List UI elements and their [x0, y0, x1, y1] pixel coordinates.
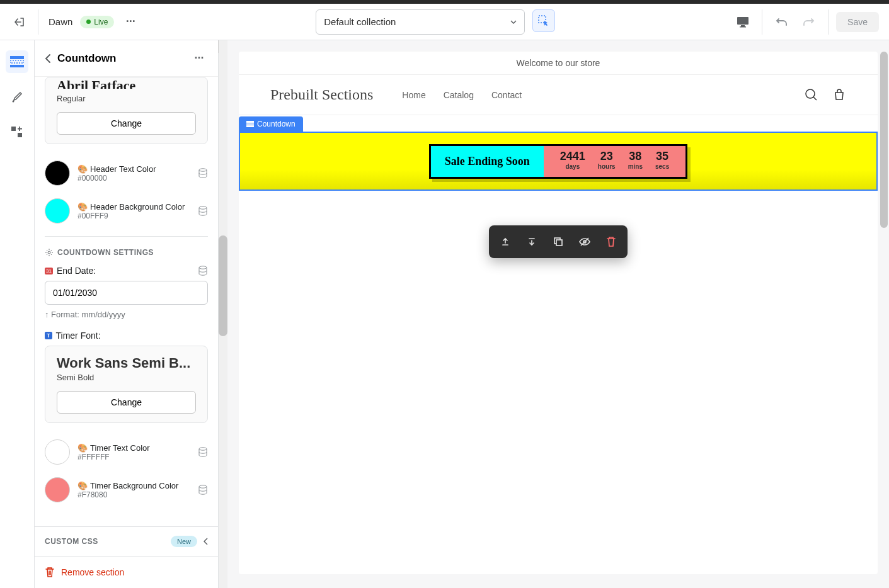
database-icon[interactable] — [198, 266, 208, 276]
theme-name: Dawn — [49, 16, 72, 27]
undo-button[interactable] — [770, 11, 793, 33]
arrow-up-icon — [500, 236, 511, 247]
live-label: Live — [94, 18, 108, 26]
end-date-input[interactable] — [45, 281, 208, 305]
database-icon[interactable] — [198, 485, 208, 495]
search-icon[interactable] — [805, 88, 818, 102]
move-up-button[interactable] — [493, 229, 518, 254]
svg-point-11 — [199, 206, 207, 209]
font-icon: T — [45, 332, 52, 339]
database-icon[interactable] — [198, 206, 208, 216]
svg-rect-17 — [246, 121, 254, 123]
chevron-left-icon — [204, 538, 208, 545]
inspector-toggle[interactable] — [532, 9, 555, 32]
divider — [45, 236, 208, 237]
mins-value: 38 — [628, 150, 643, 163]
svg-point-15 — [199, 485, 207, 488]
delete-button[interactable] — [599, 229, 624, 254]
desktop-view-button[interactable] — [731, 11, 754, 33]
redo-icon — [803, 16, 815, 28]
color-value: #00FFF9 — [77, 212, 190, 220]
days-label: days — [560, 163, 585, 170]
collection-select-value: Default collection — [324, 16, 396, 27]
desktop-icon — [737, 16, 749, 28]
header-bg-color-row[interactable]: 🎨Header Background Color #00FFF9 — [45, 192, 208, 230]
color-label: Timer Text Color — [90, 443, 150, 453]
svg-rect-1 — [737, 17, 748, 25]
theme-preview: Welcome to our store Prebuilt Sections H… — [239, 52, 878, 574]
sidebar-scrollbar[interactable] — [219, 40, 227, 588]
color-swatch-white — [45, 439, 70, 465]
mins-label: mins — [628, 163, 643, 170]
color-label: Header Background Color — [90, 202, 185, 212]
color-value: #000000 — [77, 174, 190, 183]
announcement-bar: Welcome to our store — [239, 52, 878, 75]
header-font-card: Abril Fatface Regular Change — [45, 77, 208, 144]
nav-contact[interactable]: Contact — [491, 90, 522, 100]
svg-rect-8 — [11, 127, 16, 131]
color-swatch-cyan — [45, 198, 70, 223]
section-icon — [246, 121, 254, 127]
paint-icon — [11, 91, 23, 103]
svg-point-14 — [199, 448, 207, 450]
divider — [762, 9, 762, 35]
color-swatch-black — [45, 161, 70, 186]
scrollbar-thumb[interactable] — [880, 52, 888, 228]
back-button[interactable] — [45, 54, 51, 64]
sidebar: Countdown ··· Abril Fatface Regular Chan… — [35, 40, 219, 588]
timer-bg-color-row[interactable]: 🎨Timer Background Color #F78080 — [45, 471, 208, 509]
svg-point-13 — [199, 266, 207, 269]
topbar: Dawn Live ··· Default collection — [0, 4, 889, 40]
change-timer-font-button[interactable]: Change — [57, 391, 196, 414]
database-icon[interactable] — [198, 168, 208, 178]
left-rail — [0, 40, 35, 588]
app-embeds-tab[interactable] — [6, 121, 28, 144]
more-menu-button[interactable]: ··· — [122, 13, 139, 31]
nav-home[interactable]: Home — [402, 90, 425, 100]
font-style: Semi Bold — [57, 373, 196, 382]
move-down-button[interactable] — [519, 229, 544, 254]
timer-font-label: Timer Font: — [56, 331, 101, 341]
svg-point-16 — [806, 89, 815, 98]
sidebar-title: Countdown — [57, 52, 184, 65]
font-preview: Abril Fatface — [57, 77, 196, 89]
color-label: Timer Background Color — [90, 481, 178, 490]
custom-css-row[interactable]: CUSTOM CSS New — [35, 526, 218, 556]
section-toolbar — [489, 225, 628, 258]
nav-catalog[interactable]: Catalog — [444, 90, 474, 100]
timer-text-color-row[interactable]: 🎨Timer Text Color #FFFFFF — [45, 433, 208, 471]
hide-button[interactable] — [572, 229, 597, 254]
remove-section-label: Remove section — [61, 567, 124, 577]
countdown-section[interactable]: Countdown Sale Ending Soon 2441days 23ho… — [239, 132, 878, 191]
svg-point-7 — [13, 101, 14, 103]
svg-rect-21 — [556, 240, 562, 246]
svg-rect-18 — [246, 123, 254, 125]
divider — [38, 9, 38, 35]
canvas-scrollbar[interactable] — [880, 52, 888, 568]
change-header-font-button[interactable]: Change — [57, 112, 196, 135]
svg-rect-2 — [741, 25, 745, 26]
save-button[interactable]: Save — [836, 12, 879, 32]
header-text-color-row[interactable]: 🎨Header Text Color #000000 — [45, 154, 208, 192]
sidebar-more-button[interactable]: ··· — [190, 50, 208, 67]
chevron-left-icon — [45, 54, 51, 64]
live-dot-icon — [86, 20, 91, 24]
redo-button[interactable] — [798, 11, 820, 33]
palette-icon: 🎨 — [77, 202, 88, 212]
sections-tab[interactable] — [6, 50, 28, 73]
svg-rect-4 — [10, 56, 24, 59]
color-label: Header Text Color — [90, 164, 156, 174]
remove-section-button[interactable]: Remove section — [35, 556, 218, 588]
duplicate-button[interactable] — [546, 229, 571, 254]
collection-select[interactable]: Default collection — [316, 9, 525, 35]
cart-icon[interactable] — [832, 88, 846, 102]
color-value: #FFFFFF — [77, 453, 190, 461]
hours-value: 23 — [598, 150, 616, 163]
exit-button[interactable] — [10, 13, 28, 31]
database-icon[interactable] — [198, 447, 208, 457]
store-title: Prebuilt Sections — [270, 86, 373, 103]
scrollbar-thumb[interactable] — [219, 235, 227, 336]
divider — [828, 9, 829, 35]
theme-settings-tab[interactable] — [6, 86, 28, 108]
days-value: 2441 — [560, 150, 585, 163]
